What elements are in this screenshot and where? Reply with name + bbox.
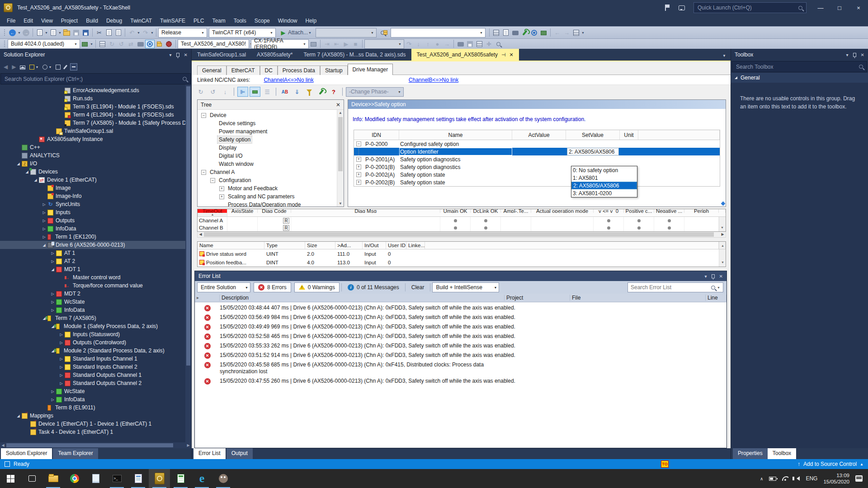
- taskbar-tcxaeshell-icon[interactable]: [149, 469, 170, 488]
- device-tree-vscrollbar[interactable]: ▲▼: [337, 110, 344, 206]
- clock[interactable]: 13:09 15/05/2020: [823, 472, 849, 485]
- safety-col-unit[interactable]: Unit: [620, 130, 638, 140]
- solution-tree-item-outputs-controlword[interactable]: ▷Outputs (Controlword): [0, 338, 191, 347]
- run-to-cursor-icon[interactable]: →: [442, 40, 452, 48]
- safety-row-p-0-2001-a[interactable]: +P-0-2001(A)Safety option diagnostics: [354, 155, 720, 163]
- download-icon[interactable]: ↓: [220, 87, 231, 97]
- solution-tree-item-drive-6-ax5206-0000-0213[interactable]: ◢Drive 6 (AX5206-0000-0213): [0, 241, 191, 249]
- set-value-combo[interactable]: 2: AX5805/AX5806: [567, 148, 619, 155]
- solution-tree-item-standard-outputs-channel-1[interactable]: ▷Standard Outputs Channel 1: [0, 371, 191, 379]
- solution-tree-item-infodata[interactable]: ▷InfoData: [0, 306, 191, 314]
- solution-tree-item-term-7-ax5805[interactable]: ◢Term 7 (AX5805): [0, 314, 191, 322]
- solution-tree-item-i-o[interactable]: ◢I/O: [0, 160, 191, 168]
- collapse-box-icon[interactable]: −: [356, 141, 361, 146]
- channel-col-positive-c[interactable]: Positive c...: [624, 209, 654, 213]
- collapse-box-icon[interactable]: −: [201, 113, 206, 118]
- help-icon[interactable]: ?: [328, 87, 339, 97]
- solution-explorer-search-input[interactable]: Search Solution Explorer (Ctrl+;): [0, 73, 191, 84]
- menu-view[interactable]: View: [37, 16, 57, 26]
- startup-project-combo[interactable]: ▼: [316, 28, 377, 38]
- build-version-combo[interactable]: Build 4024.0 (Loaded)▼: [8, 39, 80, 49]
- solution-tree-item-analytics[interactable]: ANALYTICS: [0, 151, 191, 160]
- dm-tree-item-digital-i-o[interactable]: Digital I/O: [198, 152, 344, 160]
- right-tab-properties[interactable]: Properties: [733, 448, 768, 459]
- document-tab-twinsafegroup1-sal[interactable]: TwinSafeGroup1.sal: [192, 49, 251, 61]
- minimize-button[interactable]: —: [811, 1, 830, 14]
- channel-col-periph[interactable]: Periph: [684, 209, 719, 213]
- menu-help[interactable]: Help: [301, 16, 321, 26]
- save-icon[interactable]: [71, 28, 81, 37]
- restart-config-mode-icon[interactable]: ↺: [117, 40, 126, 48]
- menu-window[interactable]: Window: [274, 16, 302, 26]
- dm-tree-item-device-settings[interactable]: Device settings: [198, 119, 344, 127]
- toolbox-menu-icon[interactable]: ▾: [846, 52, 849, 57]
- error-scope-combo[interactable]: Entire Solution▼: [197, 282, 250, 292]
- properties-window-icon[interactable]: [501, 28, 510, 37]
- menu-file[interactable]: File: [3, 16, 19, 26]
- variable-col-in-out[interactable]: In/Out: [363, 242, 386, 249]
- collapsed-icon[interactable]: ▷: [58, 341, 64, 345]
- channel-col-diag-msg[interactable]: Diag Msg: [291, 209, 440, 213]
- error-list-menu-icon[interactable]: ▾: [705, 274, 707, 279]
- solution-platform-combo[interactable]: TwinCAT RT (x64)▼: [209, 28, 276, 38]
- safety-col-setvalue[interactable]: SetValue: [566, 130, 620, 140]
- taskbar-task-view-icon[interactable]: [21, 469, 42, 488]
- collapsed-icon[interactable]: ▷: [41, 211, 47, 215]
- navigate-doc-forward-icon[interactable]: →: [562, 28, 571, 37]
- channel-vscroll-down[interactable]: ▼: [719, 224, 726, 231]
- safety-col-actvalue[interactable]: ActValue: [512, 130, 566, 140]
- solution-tree-item-c[interactable]: C++: [0, 143, 191, 151]
- solution-tree-item-standard-inputs-channel-1[interactable]: ▷Standard Inputs Channel 1: [0, 355, 191, 363]
- expand-box-icon[interactable]: +: [219, 194, 224, 199]
- variable-vscroll-track[interactable]: [719, 249, 726, 258]
- solution-tree-item-term-4-el2904-module-1-fsoes-sds[interactable]: Term 4 (EL2904) - Module 1 (FSOES).sds: [0, 111, 191, 119]
- variable-row-drive-status-word[interactable]: Drive status wordUINT2.0111.0Input0: [198, 249, 726, 258]
- scope-zoom-icon[interactable]: [494, 40, 503, 48]
- collapsed-icon[interactable]: ▷: [41, 227, 47, 231]
- new-project-icon[interactable]: [35, 28, 44, 37]
- tab-pin-icon[interactable]: ⊣: [501, 52, 506, 58]
- channel-col-umain-ok[interactable]: Umain OK: [440, 209, 471, 213]
- document-tab-ax5805safety[interactable]: AX5805safety*: [251, 49, 298, 61]
- dm-tree-item-scaling-and-nc-parameters[interactable]: +Scaling and NC parameters: [198, 192, 344, 201]
- scope-tool-icon[interactable]: [539, 28, 548, 37]
- wifi-icon[interactable]: [782, 476, 788, 481]
- dropdown-option-2-ax5805-ax5806[interactable]: 2: AX5805/AX5806: [571, 182, 637, 189]
- menu-debug[interactable]: Debug: [102, 16, 126, 26]
- solution-tree-item-image-info[interactable]: Image-Info: [0, 192, 191, 200]
- safety-row-p-0-2001-b[interactable]: +P-0-2001(B)Safety option diagnostics: [354, 163, 720, 171]
- step-into-icon[interactable]: ↓: [414, 40, 423, 48]
- dm-tree-item-motor-and-feedback[interactable]: +Motor and Feedback: [198, 184, 344, 192]
- channel-b-link[interactable]: ChannelB<=>No link: [409, 77, 458, 83]
- solution-tree-item-torque-force-command-value[interactable]: Torque/force command value: [0, 282, 191, 290]
- toolbar-drag-handle-2[interactable]: [4, 40, 6, 47]
- expanded-icon[interactable]: ◢: [15, 162, 21, 166]
- channel-table-hscrollbar[interactable]: ◀▶: [197, 232, 726, 238]
- show-sub-items-icon[interactable]: [155, 40, 164, 48]
- collapsed-icon[interactable]: ▷: [41, 235, 47, 239]
- solution-tree-item-device-1-ethercat[interactable]: ◢Device 1 (EtherCAT): [0, 176, 191, 184]
- build-settings-dropdown[interactable]: ▼: [90, 42, 94, 46]
- solution-tree-item-twinsafegroup1-sal[interactable]: TwinSafeGroup1.sal: [0, 127, 191, 135]
- variable-vscroll-up[interactable]: ▲: [719, 242, 726, 249]
- se-home-icon[interactable]: [20, 66, 25, 70]
- expanded-icon[interactable]: ◢: [41, 243, 47, 247]
- taskbar-gimp-icon[interactable]: [212, 469, 234, 488]
- error-row-1[interactable]: ✕15/05/2020 03:48:44 407 ms | Drive 6 (A…: [195, 303, 726, 313]
- choose-target-icon[interactable]: [136, 40, 145, 48]
- device-tab-process-data[interactable]: Process Data: [278, 66, 320, 75]
- sort-ab-icon[interactable]: AB: [279, 87, 290, 97]
- channel-col-timeout[interactable]: TimeOut: [198, 209, 227, 213]
- menu-edit[interactable]: Edit: [19, 16, 37, 26]
- taskbar-start-icon[interactable]: [0, 469, 21, 488]
- action-center-icon[interactable]: [855, 475, 863, 482]
- solution-tree-hscrollbar[interactable]: ◀▶: [0, 442, 191, 448]
- taskbar-terminal-icon[interactable]: >_: [106, 469, 127, 488]
- download-list-icon[interactable]: ⇓: [292, 87, 302, 97]
- navigate-forward-icon[interactable]: →: [21, 28, 31, 37]
- variable-col-name[interactable]: Name: [198, 242, 264, 249]
- restart-twincat-icon[interactable]: ↻: [107, 40, 117, 48]
- scope-cursor-icon[interactable]: ✚: [484, 40, 494, 48]
- dm-tree-item-process-data-operation-mode[interactable]: Process Data/Operation mode: [198, 201, 344, 206]
- paste-icon[interactable]: [113, 28, 123, 37]
